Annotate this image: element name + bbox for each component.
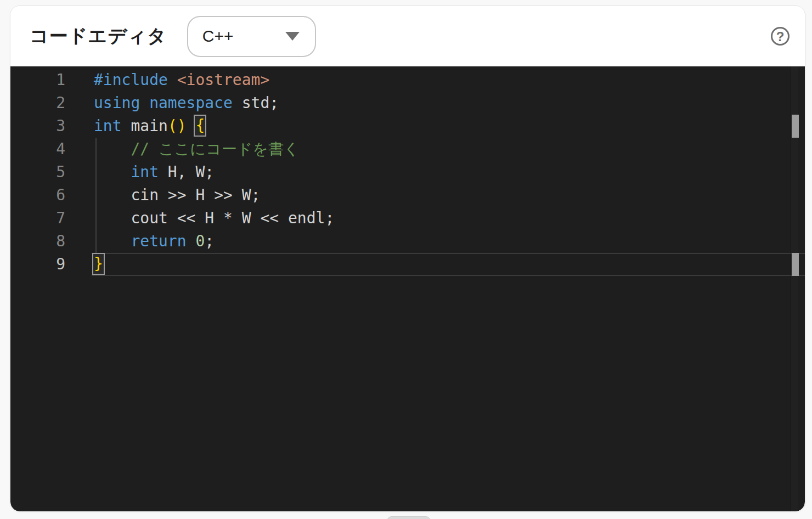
code-token [168, 71, 177, 89]
code-line[interactable]: 9} [10, 253, 805, 276]
code-token: using [94, 94, 140, 112]
code-token: ( [168, 117, 177, 135]
code-line[interactable]: 4 // ここにコードを書く [10, 138, 805, 161]
code-token: #include [94, 71, 168, 89]
page-title: コードエディタ [30, 24, 167, 49]
code-token: ) [177, 117, 187, 135]
code-token: return [131, 232, 186, 250]
code-token [187, 232, 196, 250]
code-line-content[interactable]: int H, W; [94, 161, 805, 184]
line-number[interactable]: 1 [10, 69, 65, 92]
code-line-content[interactable]: cout << H * W << endl; [94, 207, 805, 230]
code-token: int [131, 163, 159, 181]
line-number[interactable]: 4 [10, 138, 65, 161]
line-number[interactable]: 2 [10, 92, 65, 115]
partially-visible-button[interactable] [387, 516, 431, 519]
code-line[interactable]: 2using namespace std; [10, 92, 805, 115]
code-token: // ここにコードを書く [131, 140, 299, 158]
line-number[interactable]: 9 [10, 253, 65, 276]
code-token [94, 163, 131, 181]
code-line-content[interactable]: cin >> H >> W; [94, 184, 805, 207]
line-number[interactable]: 8 [10, 230, 65, 253]
code-token: namespace [149, 94, 233, 112]
code-lines: 1#include <iostream>2using namespace std… [10, 66, 805, 276]
code-token: 0 [195, 232, 205, 250]
language-select-value: C++ [202, 27, 285, 46]
code-editor[interactable]: 1#include <iostream>2using namespace std… [10, 66, 805, 511]
overview-ruler-marker [792, 115, 799, 138]
code-line[interactable]: 7 cout << H * W << endl; [10, 207, 805, 230]
code-token: main [122, 117, 168, 135]
code-line-content[interactable]: return 0; [94, 230, 805, 253]
code-token: cin >> H >> W; [94, 186, 260, 204]
chevron-down-icon [285, 32, 300, 41]
indent-guide [95, 138, 97, 253]
overview-ruler-marker [792, 253, 799, 276]
code-token: <iostream> [177, 71, 270, 89]
help-icon: ? [771, 27, 790, 46]
code-editor-card: コードエディタ C++ ? 1#include <iostream>2using… [10, 5, 805, 512]
code-line[interactable]: 3int main() { [10, 115, 805, 138]
bracket-match-token: { [194, 115, 206, 137]
page: コードエディタ C++ ? 1#include <iostream>2using… [0, 0, 812, 519]
line-number[interactable]: 7 [10, 207, 65, 230]
bracket-match-token: } [92, 253, 105, 275]
code-token: ; [205, 232, 214, 250]
code-line[interactable]: 5 int H, W; [10, 161, 805, 184]
code-token [94, 140, 131, 158]
code-line-content[interactable]: // ここにコードを書く [94, 138, 805, 161]
code-token: std; [233, 94, 279, 112]
code-line-content[interactable]: } [94, 253, 805, 276]
line-number[interactable]: 6 [10, 184, 65, 207]
scrollbar-track[interactable] [791, 66, 798, 511]
code-token [94, 232, 131, 250]
code-line[interactable]: 1#include <iostream> [10, 69, 805, 92]
code-token: int [94, 117, 122, 135]
line-number[interactable]: 5 [10, 161, 65, 184]
code-line-content[interactable]: using namespace std; [94, 92, 805, 115]
language-select[interactable]: C++ [187, 16, 316, 57]
code-line[interactable]: 8 return 0; [10, 230, 805, 253]
editor-header: コードエディタ C++ ? [10, 6, 805, 66]
code-line[interactable]: 6 cin >> H >> W; [10, 184, 805, 207]
code-token: H, W; [159, 163, 214, 181]
code-token: cout << H * W << endl; [94, 209, 334, 227]
line-number[interactable]: 3 [10, 115, 65, 138]
code-line-content[interactable]: int main() { [94, 115, 805, 138]
code-token [140, 94, 149, 112]
code-line-content[interactable]: #include <iostream> [94, 69, 805, 92]
help-button[interactable]: ? [771, 27, 790, 46]
